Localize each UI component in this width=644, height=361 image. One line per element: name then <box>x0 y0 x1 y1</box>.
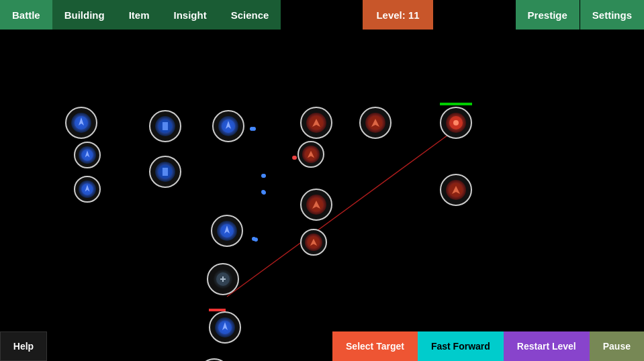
projectile-dot-2 <box>262 174 266 178</box>
fast-forward-button[interactable]: Fast Forward <box>418 331 504 361</box>
unit-sprite <box>365 113 386 134</box>
projectile-dot-3 <box>262 191 266 195</box>
pause-button[interactable]: Pause <box>590 331 644 361</box>
unit-b9[interactable] <box>209 311 241 344</box>
unit-b5[interactable] <box>149 156 181 188</box>
health-bar-b9 <box>209 309 226 311</box>
projectile-dot-1 <box>252 127 256 131</box>
unit-b2[interactable] <box>74 142 101 168</box>
select-target-button[interactable]: Select Target <box>332 331 418 361</box>
tab-science[interactable]: Science <box>219 0 281 30</box>
unit-sprite <box>306 195 327 215</box>
unit-sprite <box>446 113 467 134</box>
unit-b7[interactable] <box>211 215 243 247</box>
unit-b6[interactable] <box>212 110 244 142</box>
tab-building[interactable]: Building <box>52 0 117 30</box>
unit-sprite <box>71 113 92 134</box>
restart-level-button[interactable]: Restart Level <box>504 331 590 361</box>
tab-item[interactable]: Item <box>117 0 162 30</box>
unit-sprite <box>215 317 236 338</box>
unit-sprite <box>306 113 327 134</box>
bottom-action-bar: Select Target Fast Forward Restart Level… <box>332 331 644 361</box>
health-bar-r3 <box>440 103 472 105</box>
unit-sprite <box>305 234 322 250</box>
unit-sprite <box>79 180 95 197</box>
unit-r3[interactable] <box>440 107 472 139</box>
help-button[interactable]: Help <box>0 331 47 361</box>
unit-r2[interactable] <box>359 107 392 139</box>
unit-b4[interactable] <box>149 110 181 142</box>
tab-insight[interactable]: Insight <box>162 0 219 30</box>
unit-sprite <box>155 116 176 137</box>
unit-b3[interactable] <box>74 176 101 203</box>
unit-sprite <box>446 180 467 201</box>
settings-button[interactable]: Settings <box>580 0 644 30</box>
unit-b10[interactable] <box>198 358 230 361</box>
unit-r1[interactable] <box>300 107 332 139</box>
svg-rect-15 <box>163 168 168 176</box>
unit-sprite <box>79 146 95 163</box>
unit-sprite <box>155 162 176 183</box>
projectile-dot-5 <box>293 156 297 160</box>
unit-r7[interactable] <box>300 229 327 256</box>
unit-r5[interactable] <box>300 189 332 221</box>
svg-rect-13 <box>163 122 168 130</box>
unit-r4[interactable] <box>297 141 324 168</box>
unit-b1[interactable] <box>65 107 97 139</box>
unit-sprite <box>217 221 238 242</box>
unit-sprite <box>302 146 319 162</box>
prestige-button[interactable]: Prestige <box>515 0 580 30</box>
level-display: Level: 11 <box>363 0 432 30</box>
battle-area <box>0 30 644 361</box>
projectile-dot-4 <box>254 238 258 242</box>
tab-battle[interactable]: Battle <box>0 0 52 30</box>
svg-line-0 <box>227 134 450 297</box>
unit-r6[interactable] <box>440 174 472 206</box>
unit-sprite <box>213 269 234 290</box>
unit-sprite <box>218 116 239 137</box>
svg-point-33 <box>453 120 459 125</box>
unit-b8[interactable] <box>207 263 239 295</box>
